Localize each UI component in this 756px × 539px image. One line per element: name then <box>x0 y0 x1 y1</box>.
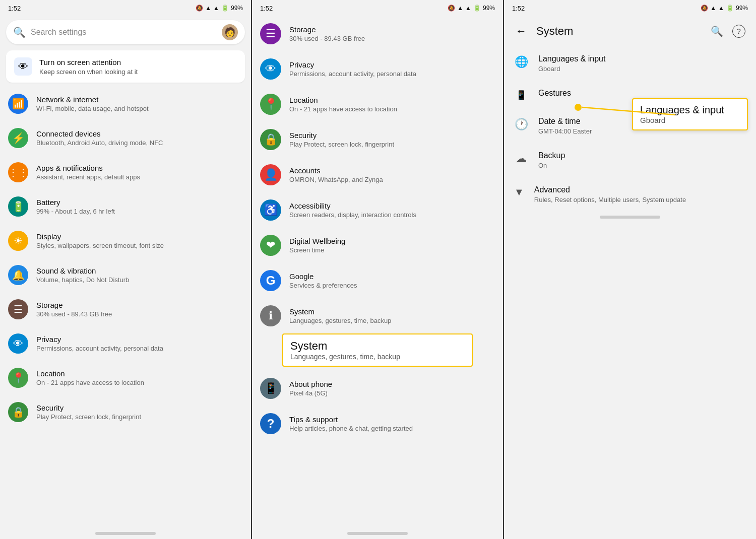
setting-battery[interactable]: 🔋 Battery 99% - About 1 day, 6 hr left <box>0 189 251 224</box>
languages-icon: 🌐 <box>514 55 528 69</box>
p2-location-title: Location <box>289 96 495 104</box>
sound-sub: Volume, haptics, Do Not Disturb <box>36 276 243 284</box>
p2-system-sub: Languages, gestures, time, backup <box>289 317 495 324</box>
accessibility-icon-2: ♿ <box>260 199 281 221</box>
display-sub: Styles, wallpapers, screen timeout, font… <box>36 242 243 249</box>
search-placeholder: Search settings <box>31 28 217 37</box>
system-callout-box: System Languages, gestures, time, backup <box>282 333 473 367</box>
bottom-nav-bar-2 <box>347 532 408 535</box>
search-icon-3: 🔍 <box>711 25 723 37</box>
setting-security[interactable]: 🔒 Security Play Protect, screen lock, fi… <box>0 395 251 429</box>
wifi-setting-icon: 📶 <box>8 94 28 114</box>
location-setting-icon-1: 📍 <box>8 368 28 388</box>
header-action-icons: 🔍 ? <box>708 22 748 40</box>
p2-accounts[interactable]: 👤 Accounts OMRON, WhatsApp, and Zynga <box>252 157 503 192</box>
battery-icon-2: 🔋 <box>473 5 481 12</box>
aboutphone-icon-2: 📱 <box>260 378 281 399</box>
p2-digitalwellbeing[interactable]: ❤ Digital Wellbeing Screen time <box>252 228 503 263</box>
p2-system[interactable]: ℹ System Languages, gestures, time, back… <box>252 298 503 333</box>
storage-setting-icon-1: ☰ <box>8 299 28 319</box>
back-button[interactable]: ← <box>512 22 530 40</box>
p2-storage[interactable]: ☰ Storage 30% used - 89.43 GB free <box>252 16 503 51</box>
digitalwellbeing-icon-2: ❤ <box>260 235 281 256</box>
sound-title: Sound & vibration <box>36 266 243 275</box>
p2-privacy-title: Privacy <box>289 60 495 69</box>
avatar[interactable]: 🧑 <box>222 24 238 40</box>
yellow-dot-languages <box>575 104 582 111</box>
p2-aboutphone[interactable]: 📱 About phone Pixel 4a (5G) <box>252 371 503 406</box>
p2-security[interactable]: 🔒 Security Play Protect, screen lock, fi… <box>252 122 503 157</box>
p3-advanced[interactable]: ▼ Advanced Rules, Reset options, Multipl… <box>504 177 756 212</box>
signal-icon-3: ▲ <box>718 5 724 12</box>
p2-google-sub: Services & preferences <box>289 282 495 289</box>
setting-privacy[interactable]: 👁 Privacy Permissions, account activity,… <box>0 326 251 361</box>
status-icons-3: 🔕 ▲ ▲ 🔋 99% <box>701 5 748 12</box>
system-callout-title: System <box>290 340 465 353</box>
p2-privacy[interactable]: 👁 Privacy Permissions, account activity,… <box>252 51 503 87</box>
devices-setting-icon: ⚡ <box>8 128 28 148</box>
time-2: 1:52 <box>260 5 273 12</box>
storage-sub: 30% used - 89.43 GB free <box>36 310 243 318</box>
p2-tips[interactable]: ? Tips & support Help articles, phone & … <box>252 406 503 441</box>
p2-dw-sub: Screen time <box>289 246 495 254</box>
dnd-icon: 🔕 <box>196 5 203 12</box>
time-1: 1:52 <box>8 5 21 12</box>
help-button[interactable]: ? <box>730 22 748 40</box>
setting-sound[interactable]: 🔔 Sound & vibration Volume, haptics, Do … <box>0 258 251 292</box>
panel-3: 1:52 🔕 ▲ ▲ 🔋 99% ← System 🔍 ? <box>504 0 756 539</box>
setting-connected[interactable]: ⚡ Connected devices Bluetooth, Android A… <box>0 121 251 155</box>
p2-google[interactable]: G Google Services & preferences <box>252 263 503 298</box>
setting-apps[interactable]: ⋮⋮ Apps & notifications Assistant, recen… <box>0 155 251 189</box>
accounts-icon-2: 👤 <box>260 164 281 185</box>
setting-storage[interactable]: ☰ Storage 30% used - 89.43 GB free <box>0 292 251 326</box>
security-sub: Play Protect, screen lock, fingerprint <box>36 413 243 421</box>
p2-storage-title: Storage <box>289 25 495 34</box>
p2-privacy-sub: Permissions, account activity, personal … <box>289 70 495 78</box>
bottom-nav-bar-3 <box>600 216 660 219</box>
p2-security-title: Security <box>289 131 495 140</box>
lang-callout-title: Languages & input <box>640 104 740 116</box>
storage-title: Storage <box>36 301 243 309</box>
p3-languages[interactable]: 🌐 Languages & input Gboard <box>504 46 756 81</box>
network-title: Network & internet <box>36 95 243 104</box>
battery-icon: 🔋 <box>221 5 229 12</box>
privacy-title: Privacy <box>36 335 243 344</box>
battery-pct-2: 99% <box>483 5 495 12</box>
screen-attention-card[interactable]: 👁 Turn on screen attention Keep screen o… <box>6 50 245 83</box>
battery-title: Battery <box>36 198 243 207</box>
network-sub: Wi-Fi, mobile, data usage, and hotspot <box>36 105 243 112</box>
advanced-sub: Rules, Reset options, Multiple users, Sy… <box>534 196 746 204</box>
search-button-3[interactable]: 🔍 <box>708 22 726 40</box>
p3-backup[interactable]: ☁ Backup On <box>504 143 756 177</box>
attention-title: Turn on screen attention <box>39 58 138 66</box>
storage-icon-2: ☰ <box>260 23 281 44</box>
p2-tips-sub: Help articles, phone & chat, getting sta… <box>289 425 495 432</box>
gestures-title: Gestures <box>538 89 746 98</box>
status-icons-1: 🔕 ▲ ▲ 🔋 99% <box>196 5 243 12</box>
display-setting-icon: ☀ <box>8 231 28 251</box>
bottom-nav-bar-1 <box>95 532 156 535</box>
p2-accounts-title: Accounts <box>289 166 495 175</box>
attention-icon: 👁 <box>14 57 32 76</box>
setting-location[interactable]: 📍 Location On - 21 apps have access to l… <box>0 361 251 395</box>
setting-network[interactable]: 📶 Network & internet Wi-Fi, mobile, data… <box>0 87 251 121</box>
p2-dw-title: Digital Wellbeing <box>289 237 495 245</box>
battery-pct-3: 99% <box>736 5 748 12</box>
apps-setting-icon: ⋮⋮ <box>8 162 28 182</box>
system-callout-sub: Languages, gestures, time, backup <box>290 353 465 361</box>
p2-location[interactable]: 📍 Location On - 21 apps have access to l… <box>252 87 503 122</box>
backup-icon: ☁ <box>514 152 528 165</box>
setting-display[interactable]: ☀ Display Styles, wallpapers, screen tim… <box>0 224 251 258</box>
status-bar-2: 1:52 🔕 ▲ ▲ 🔋 99% <box>252 0 503 16</box>
p2-system-wrapper: ℹ System Languages, gestures, time, back… <box>252 298 503 367</box>
location-sub: On - 21 apps have access to location <box>36 379 243 386</box>
apps-sub: Assistant, recent apps, default apps <box>36 173 243 181</box>
p2-system-title: System <box>289 307 495 316</box>
p2-about-title: About phone <box>289 380 495 388</box>
p2-accessibility[interactable]: ♿ Accessibility Screen readers, display,… <box>252 192 503 228</box>
search-icon: 🔍 <box>13 26 26 38</box>
search-bar[interactable]: 🔍 Search settings 🧑 <box>6 20 245 44</box>
gestures-icon: 📱 <box>514 90 528 101</box>
settings-list-1: 📶 Network & internet Wi-Fi, mobile, data… <box>0 87 251 528</box>
connected-title: Connected devices <box>36 129 243 138</box>
